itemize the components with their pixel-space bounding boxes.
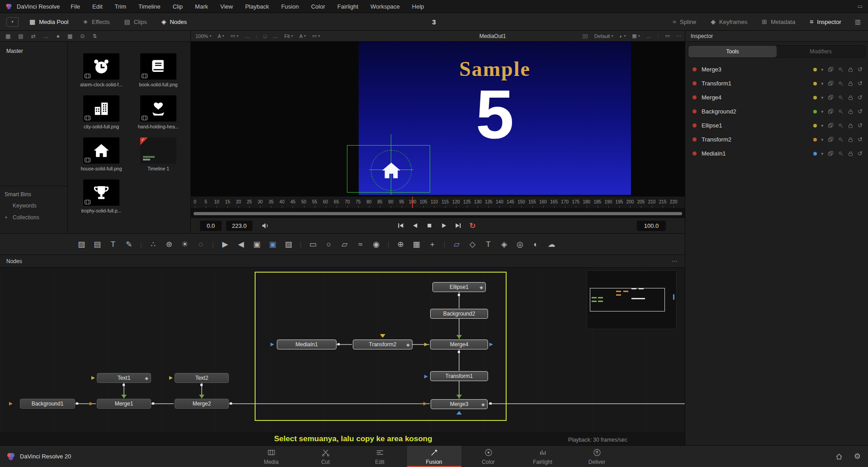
pin-icon[interactable] — [838, 123, 844, 128]
toggle-effects[interactable]: ∗Effects — [83, 18, 109, 25]
page-button-edit[interactable]: Edit — [353, 446, 407, 467]
chevron-down-icon[interactable]: ▾ — [821, 81, 824, 86]
node-mediain1[interactable]: MediaIn1 — [277, 340, 337, 349]
stabilizer-tool-icon[interactable]: + — [428, 241, 437, 248]
page-button-deliver[interactable]: Deliver — [570, 446, 624, 467]
viewer-gain2-dropdown[interactable]: A▾ — [299, 33, 306, 39]
renderer-3d-tool-icon[interactable]: ◐ — [531, 241, 541, 248]
chevron-down-icon[interactable]: ▾ — [821, 151, 824, 156]
more-options-icon[interactable]: … — [43, 33, 49, 39]
clip-thumbnail[interactable] — [83, 53, 119, 80]
menu-fairlight[interactable]: Fairlight — [337, 3, 358, 10]
range-end-field[interactable]: 223.0 — [226, 221, 252, 231]
node-graph-minimap[interactable] — [587, 270, 677, 329]
chevron-down-icon[interactable]: ▾ — [821, 123, 824, 128]
loop-button[interactable]: ↻ — [469, 222, 475, 230]
smart-bin-collections[interactable]: ▸Collections — [0, 212, 67, 223]
notifications-icon[interactable]: ▭ — [858, 3, 863, 9]
playhead[interactable] — [412, 197, 413, 208]
tab-tools[interactable]: Tools — [688, 46, 777, 57]
text-3d-tool-icon[interactable]: T — [484, 241, 493, 248]
toggle-metadata[interactable]: ⊞Metadata — [762, 18, 795, 25]
list-view-icon[interactable]: ▤ — [18, 33, 23, 39]
reset-icon[interactable]: ↺ — [858, 94, 863, 100]
viewer-menu-icon[interactable]: … — [646, 33, 651, 39]
nodes-options-icon[interactable]: ⋯ — [672, 258, 678, 264]
versions-icon[interactable] — [828, 80, 834, 86]
clip-thumbnail[interactable] — [83, 137, 119, 164]
tab-modifiers[interactable]: Modifiers — [777, 46, 865, 57]
versions-icon[interactable] — [828, 137, 834, 142]
node-transform1[interactable]: Transform1 — [430, 371, 488, 381]
volume-tool-icon[interactable]: ☁ — [547, 241, 556, 248]
paint-tool-icon[interactable]: ✎ — [124, 241, 133, 248]
grid-view-icon[interactable]: ▦ — [5, 33, 10, 39]
background-tool-icon[interactable]: ▨ — [77, 241, 86, 248]
media-clip[interactable]: city-solid-full.png — [79, 95, 124, 129]
timeline-ruler[interactable]: 0510152025303540455055606570758085909510… — [191, 196, 685, 208]
menu-help[interactable]: Help — [412, 3, 424, 10]
lock-icon[interactable] — [848, 123, 853, 128]
chevron-down-icon[interactable]: ▾ — [821, 137, 824, 142]
node-merge1[interactable]: Merge1 — [97, 399, 151, 409]
reset-icon[interactable]: ↺ — [858, 137, 863, 142]
inspector-row-transform1[interactable]: Transform1▾↺ — [685, 76, 868, 90]
lut-dropdown[interactable]: Default▾ — [594, 33, 613, 39]
clip-thumbnail[interactable] — [140, 95, 176, 122]
enable-toggle-icon[interactable] — [693, 123, 697, 127]
reset-icon[interactable]: ↺ — [858, 80, 863, 86]
viewer-guides-dropdown[interactable]: ▭▾ — [231, 33, 238, 39]
menu-view[interactable]: View — [220, 3, 233, 10]
enable-toggle-icon[interactable] — [693, 81, 697, 85]
polygon-mask-tool-icon[interactable]: ▱ — [340, 241, 349, 248]
pin-icon[interactable] — [838, 81, 844, 86]
toggle-media-pool[interactable]: ▦Media Pool — [29, 18, 68, 25]
modifier-diamond-icon[interactable]: ◈ — [481, 402, 485, 407]
timeline-range[interactable] — [191, 211, 685, 216]
viewer-gain-dropdown[interactable]: A▾ — [218, 33, 224, 39]
toggle-nodes[interactable]: ◈Nodes — [161, 18, 187, 25]
usage-filter-icon[interactable]: ⇄ — [31, 33, 36, 39]
viewer-more-icon[interactable]: … — [245, 33, 250, 39]
node-background2[interactable]: Background2 — [430, 309, 488, 319]
menu-fusion[interactable]: Fusion — [281, 3, 299, 10]
media-clip[interactable]: house-solid-full.png — [79, 137, 124, 171]
versions-icon[interactable] — [828, 108, 834, 114]
menu-mark[interactable]: Mark — [195, 3, 208, 10]
menu-workspace[interactable]: Workspace — [370, 3, 400, 10]
go-to-start-button[interactable] — [397, 222, 404, 229]
versions-icon[interactable] — [828, 151, 834, 156]
planar-tracker-tool-icon[interactable]: ▦ — [412, 241, 421, 248]
chevron-down-icon[interactable]: ▾ — [821, 95, 824, 100]
clip-thumbnail[interactable] — [83, 95, 119, 122]
media-clip[interactable]: ✓Timeline 1 — [136, 137, 181, 171]
particles-tool-icon[interactable]: ∴ — [149, 241, 158, 248]
audio-mute-icon[interactable] — [261, 222, 269, 229]
node-ellipse1[interactable]: Ellipse1◈ — [432, 282, 486, 292]
media-clip[interactable]: book-solid-full.png — [136, 53, 181, 87]
camera-3d-tool-icon[interactable]: ◎ — [516, 241, 525, 248]
bin-item-master[interactable]: Master — [0, 46, 67, 56]
bspline-mask-tool-icon[interactable]: ≈ — [356, 241, 365, 248]
range-scrollbar[interactable] — [194, 212, 682, 215]
inspector-row-background2[interactable]: Background2▾↺ — [685, 104, 868, 118]
loader-tool-icon[interactable]: ▶ — [221, 241, 230, 248]
inspector-row-merge4[interactable]: Merge4▾↺ — [685, 90, 868, 104]
dual-viewer-icon[interactable]: ▯▯ — [583, 33, 588, 39]
menu-clip[interactable]: Clip — [173, 3, 183, 10]
node-background1[interactable]: Background1 — [20, 399, 75, 409]
blur-tool-icon[interactable]: ◌ — [196, 241, 205, 248]
lock-icon[interactable] — [848, 67, 853, 72]
project-manager-icon[interactable] — [835, 453, 843, 461]
node-merge2[interactable]: Merge2 — [175, 399, 229, 409]
toggle-spline[interactable]: ≈Spline — [673, 18, 696, 25]
inspector-row-ellipse1[interactable]: Ellipse1▾↺ — [685, 118, 868, 132]
inspector-row-merge3[interactable]: Merge3▾↺ — [685, 62, 868, 76]
page-button-fairlight[interactable]: Fairlight — [516, 446, 570, 467]
go-to-end-button[interactable] — [455, 222, 462, 229]
menu-file[interactable]: File — [71, 3, 80, 10]
page-button-cut[interactable]: Cut — [299, 446, 353, 467]
versions-icon[interactable] — [828, 123, 834, 128]
magic-mask-tool-icon[interactable]: ◉ — [372, 241, 381, 248]
panel-layout-icon[interactable]: ▥ — [855, 18, 861, 25]
